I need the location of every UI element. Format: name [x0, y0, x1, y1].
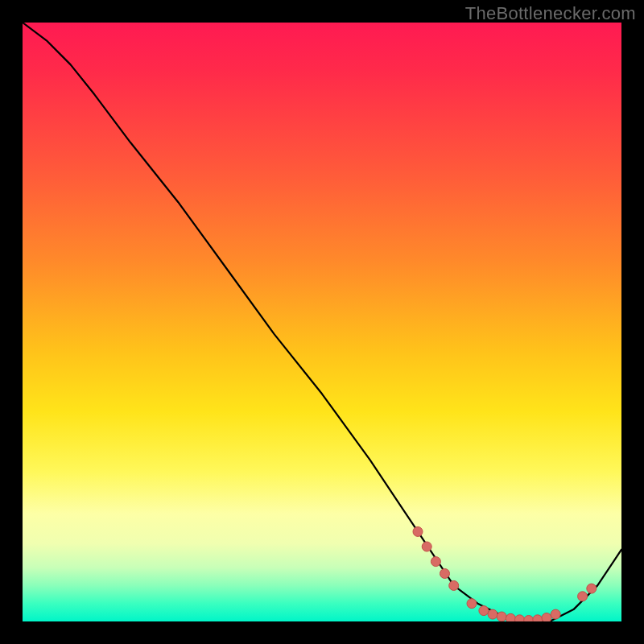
curve-marker	[449, 580, 459, 590]
curve-marker	[551, 609, 560, 619]
curve-layer	[23, 23, 621, 621]
chart-frame: TheBottlenecker.com	[0, 0, 644, 644]
bottleneck-curve	[23, 23, 621, 621]
plot-area	[23, 23, 621, 621]
watermark-text: TheBottlenecker.com	[465, 3, 636, 24]
curve-marker	[497, 612, 506, 621]
curve-markers	[413, 526, 597, 621]
curve-marker	[515, 615, 525, 621]
curve-marker	[413, 526, 423, 536]
curve-marker	[440, 569, 450, 579]
curve-marker	[524, 616, 534, 622]
curve-marker	[488, 609, 497, 619]
curve-marker	[431, 557, 440, 567]
curve-marker	[506, 613, 515, 621]
curve-marker	[587, 584, 597, 593]
curve-marker	[467, 599, 477, 609]
curve-marker	[533, 615, 543, 621]
curve-marker	[479, 606, 489, 616]
curve-marker	[578, 592, 588, 601]
curve-marker	[422, 542, 431, 551]
curve-marker	[542, 613, 551, 622]
